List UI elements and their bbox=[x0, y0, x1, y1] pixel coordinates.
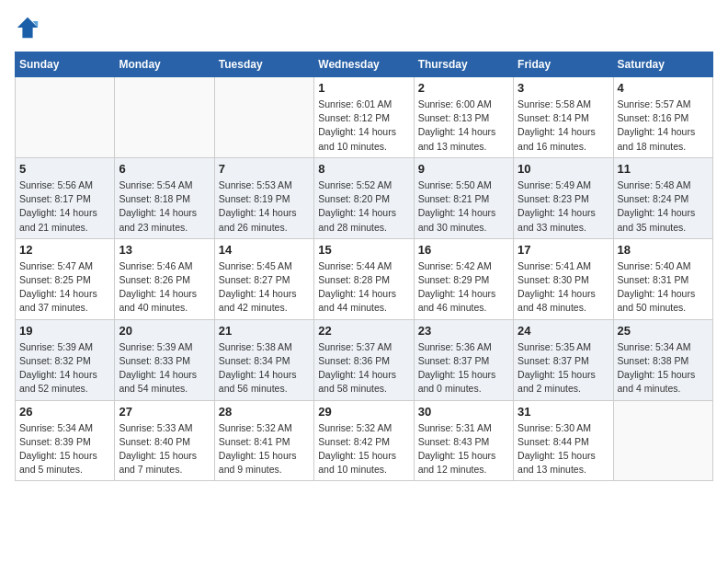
day-number: 26 bbox=[19, 405, 110, 419]
day-info: Sunrise: 5:32 AMSunset: 8:42 PMDaylight:… bbox=[318, 421, 409, 477]
day-number: 23 bbox=[418, 324, 509, 338]
day-info: Sunrise: 5:37 AMSunset: 8:36 PMDaylight:… bbox=[318, 340, 409, 396]
day-number: 30 bbox=[418, 405, 509, 419]
day-number: 6 bbox=[119, 162, 210, 176]
day-info: Sunrise: 5:30 AMSunset: 8:44 PMDaylight:… bbox=[518, 421, 609, 477]
day-cell bbox=[115, 77, 214, 158]
day-info: Sunrise: 5:39 AMSunset: 8:32 PMDaylight:… bbox=[19, 340, 110, 396]
day-number: 31 bbox=[518, 405, 609, 419]
day-number: 2 bbox=[418, 81, 509, 95]
day-number: 10 bbox=[518, 162, 609, 176]
day-cell: 11Sunrise: 5:48 AMSunset: 8:24 PMDayligh… bbox=[613, 157, 712, 238]
day-info: Sunrise: 5:45 AMSunset: 8:27 PMDaylight:… bbox=[219, 259, 310, 316]
day-info: Sunrise: 6:00 AMSunset: 8:13 PMDaylight:… bbox=[418, 98, 509, 154]
day-number: 5 bbox=[19, 162, 110, 176]
day-number: 28 bbox=[219, 405, 310, 419]
day-number: 21 bbox=[219, 324, 310, 338]
day-number: 22 bbox=[318, 324, 409, 338]
day-info: Sunrise: 5:33 AMSunset: 8:40 PMDaylight:… bbox=[119, 421, 210, 477]
day-cell: 14Sunrise: 5:45 AMSunset: 8:27 PMDayligh… bbox=[214, 238, 313, 319]
day-info: Sunrise: 5:34 AMSunset: 8:39 PMDaylight:… bbox=[19, 421, 110, 477]
day-cell: 1Sunrise: 6:01 AMSunset: 8:12 PMDaylight… bbox=[314, 77, 414, 158]
day-info: Sunrise: 6:01 AMSunset: 8:12 PMDaylight:… bbox=[318, 98, 409, 154]
col-header-friday: Friday bbox=[514, 52, 613, 77]
day-info: Sunrise: 5:41 AMSunset: 8:30 PMDaylight:… bbox=[518, 259, 609, 316]
day-number: 24 bbox=[518, 324, 609, 338]
day-info: Sunrise: 5:36 AMSunset: 8:37 PMDaylight:… bbox=[418, 340, 509, 396]
day-info: Sunrise: 5:34 AMSunset: 8:38 PMDaylight:… bbox=[618, 340, 709, 396]
day-cell: 17Sunrise: 5:41 AMSunset: 8:30 PMDayligh… bbox=[514, 238, 613, 319]
day-info: Sunrise: 5:31 AMSunset: 8:43 PMDaylight:… bbox=[418, 421, 509, 477]
day-number: 14 bbox=[219, 243, 310, 257]
day-number: 13 bbox=[119, 243, 210, 257]
col-header-wednesday: Wednesday bbox=[314, 52, 414, 77]
day-cell: 13Sunrise: 5:46 AMSunset: 8:26 PMDayligh… bbox=[115, 238, 214, 319]
col-header-thursday: Thursday bbox=[414, 52, 513, 77]
day-cell: 16Sunrise: 5:42 AMSunset: 8:29 PMDayligh… bbox=[414, 238, 513, 319]
day-cell: 29Sunrise: 5:32 AMSunset: 8:42 PMDayligh… bbox=[314, 400, 414, 481]
day-number: 9 bbox=[418, 162, 509, 176]
day-cell: 6Sunrise: 5:54 AMSunset: 8:18 PMDaylight… bbox=[115, 157, 214, 238]
day-number: 16 bbox=[418, 243, 509, 257]
day-number: 11 bbox=[618, 162, 709, 176]
day-number: 7 bbox=[219, 162, 310, 176]
day-info: Sunrise: 5:54 AMSunset: 8:18 PMDaylight:… bbox=[119, 178, 210, 235]
header-row: SundayMondayTuesdayWednesdayThursdayFrid… bbox=[16, 52, 713, 77]
col-header-sunday: Sunday bbox=[16, 52, 115, 77]
day-number: 27 bbox=[119, 405, 210, 419]
day-info: Sunrise: 5:47 AMSunset: 8:25 PMDaylight:… bbox=[19, 259, 110, 316]
day-cell: 21Sunrise: 5:38 AMSunset: 8:34 PMDayligh… bbox=[214, 319, 313, 400]
day-cell bbox=[214, 77, 313, 158]
day-cell: 26Sunrise: 5:34 AMSunset: 8:39 PMDayligh… bbox=[16, 400, 115, 481]
day-info: Sunrise: 5:53 AMSunset: 8:19 PMDaylight:… bbox=[219, 178, 310, 235]
col-header-saturday: Saturday bbox=[613, 52, 712, 77]
day-info: Sunrise: 5:57 AMSunset: 8:16 PMDaylight:… bbox=[618, 98, 709, 154]
day-info: Sunrise: 5:58 AMSunset: 8:14 PMDaylight:… bbox=[518, 98, 609, 154]
day-number: 17 bbox=[518, 243, 609, 257]
day-cell: 19Sunrise: 5:39 AMSunset: 8:32 PMDayligh… bbox=[16, 319, 115, 400]
day-cell: 31Sunrise: 5:30 AMSunset: 8:44 PMDayligh… bbox=[514, 400, 613, 481]
day-info: Sunrise: 5:48 AMSunset: 8:24 PMDaylight:… bbox=[618, 178, 709, 235]
day-info: Sunrise: 5:50 AMSunset: 8:21 PMDaylight:… bbox=[418, 178, 509, 235]
day-number: 15 bbox=[318, 243, 409, 257]
week-row-2: 5Sunrise: 5:56 AMSunset: 8:17 PMDaylight… bbox=[16, 157, 713, 238]
day-info: Sunrise: 5:56 AMSunset: 8:17 PMDaylight:… bbox=[19, 178, 110, 235]
day-info: Sunrise: 5:35 AMSunset: 8:37 PMDaylight:… bbox=[518, 340, 609, 396]
day-cell: 23Sunrise: 5:36 AMSunset: 8:37 PMDayligh… bbox=[414, 319, 513, 400]
day-cell: 5Sunrise: 5:56 AMSunset: 8:17 PMDaylight… bbox=[16, 157, 115, 238]
day-number: 8 bbox=[318, 162, 409, 176]
day-info: Sunrise: 5:32 AMSunset: 8:41 PMDaylight:… bbox=[219, 421, 310, 477]
day-number: 4 bbox=[618, 81, 709, 95]
logo bbox=[15, 15, 44, 40]
day-number: 19 bbox=[19, 324, 110, 338]
col-header-monday: Monday bbox=[115, 52, 214, 77]
page-header bbox=[15, 15, 713, 40]
day-info: Sunrise: 5:52 AMSunset: 8:20 PMDaylight:… bbox=[318, 178, 409, 235]
day-cell: 30Sunrise: 5:31 AMSunset: 8:43 PMDayligh… bbox=[414, 400, 513, 481]
week-row-4: 19Sunrise: 5:39 AMSunset: 8:32 PMDayligh… bbox=[16, 319, 713, 400]
logo-icon bbox=[15, 15, 40, 40]
day-number: 29 bbox=[318, 405, 409, 419]
day-cell: 3Sunrise: 5:58 AMSunset: 8:14 PMDaylight… bbox=[514, 77, 613, 158]
day-info: Sunrise: 5:44 AMSunset: 8:28 PMDaylight:… bbox=[318, 259, 409, 316]
svg-marker-0 bbox=[17, 17, 38, 38]
calendar-table: SundayMondayTuesdayWednesdayThursdayFrid… bbox=[15, 52, 713, 481]
day-cell: 24Sunrise: 5:35 AMSunset: 8:37 PMDayligh… bbox=[514, 319, 613, 400]
day-cell: 27Sunrise: 5:33 AMSunset: 8:40 PMDayligh… bbox=[115, 400, 214, 481]
day-cell bbox=[613, 400, 712, 481]
day-info: Sunrise: 5:39 AMSunset: 8:33 PMDaylight:… bbox=[119, 340, 210, 396]
day-cell: 9Sunrise: 5:50 AMSunset: 8:21 PMDaylight… bbox=[414, 157, 513, 238]
day-cell: 18Sunrise: 5:40 AMSunset: 8:31 PMDayligh… bbox=[613, 238, 712, 319]
day-cell: 8Sunrise: 5:52 AMSunset: 8:20 PMDaylight… bbox=[314, 157, 414, 238]
day-cell: 7Sunrise: 5:53 AMSunset: 8:19 PMDaylight… bbox=[214, 157, 313, 238]
day-number: 18 bbox=[618, 243, 709, 257]
day-cell: 2Sunrise: 6:00 AMSunset: 8:13 PMDaylight… bbox=[414, 77, 513, 158]
day-cell: 10Sunrise: 5:49 AMSunset: 8:23 PMDayligh… bbox=[514, 157, 613, 238]
week-row-3: 12Sunrise: 5:47 AMSunset: 8:25 PMDayligh… bbox=[16, 238, 713, 319]
week-row-5: 26Sunrise: 5:34 AMSunset: 8:39 PMDayligh… bbox=[16, 400, 713, 481]
day-info: Sunrise: 5:40 AMSunset: 8:31 PMDaylight:… bbox=[618, 259, 709, 316]
day-cell: 4Sunrise: 5:57 AMSunset: 8:16 PMDaylight… bbox=[613, 77, 712, 158]
day-cell: 25Sunrise: 5:34 AMSunset: 8:38 PMDayligh… bbox=[613, 319, 712, 400]
day-cell bbox=[16, 77, 115, 158]
day-info: Sunrise: 5:46 AMSunset: 8:26 PMDaylight:… bbox=[119, 259, 210, 316]
